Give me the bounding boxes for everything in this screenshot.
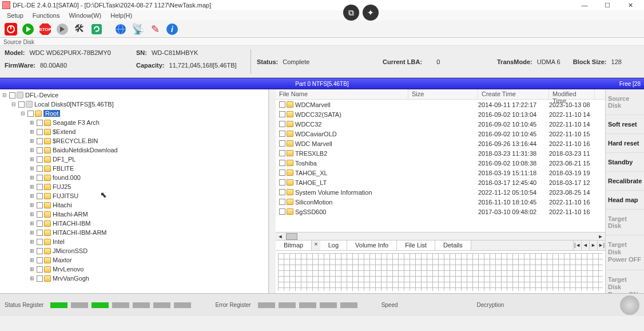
close-button[interactable]: ✕ bbox=[619, 0, 642, 10]
expand-icon[interactable]: ⊞ bbox=[29, 175, 35, 180]
tree-item[interactable]: ⊞DF1_PL bbox=[1, 155, 267, 164]
file-checkbox[interactable] bbox=[279, 179, 285, 186]
tools-icon[interactable]: 🛠 bbox=[72, 22, 87, 37]
tree-item[interactable]: ⊞FBLITE bbox=[1, 164, 267, 173]
file-checkbox[interactable] bbox=[279, 131, 285, 137]
file-checkbox[interactable] bbox=[279, 208, 285, 215]
file-checkbox[interactable] bbox=[279, 111, 285, 117]
scroll-thumb[interactable] bbox=[286, 233, 297, 240]
expand-icon[interactable]: ⊞ bbox=[29, 129, 35, 135]
tree-checkbox[interactable] bbox=[37, 184, 43, 190]
expand-icon[interactable]: ⊞ bbox=[29, 193, 35, 199]
tree-checkbox[interactable] bbox=[37, 202, 43, 208]
stop-icon[interactable]: STOP bbox=[38, 22, 53, 37]
tree-checkbox[interactable] bbox=[37, 230, 43, 236]
collapse-icon[interactable]: ⊟ bbox=[1, 92, 8, 98]
tree-checkbox[interactable] bbox=[37, 193, 43, 199]
tree-root[interactable]: DFL-Device bbox=[25, 92, 58, 98]
col-filename[interactable]: File Name bbox=[276, 89, 408, 99]
expand-icon[interactable]: ⊞ bbox=[29, 275, 35, 281]
tree-item[interactable]: ⊞HITACHI-IBM-ARM bbox=[1, 228, 267, 237]
tree-checkbox[interactable] bbox=[37, 147, 43, 153]
expand-icon[interactable]: ⊞ bbox=[29, 202, 35, 208]
maximize-button[interactable]: ☐ bbox=[596, 0, 619, 10]
expand-icon[interactable]: ⊞ bbox=[29, 147, 35, 153]
tree-checkbox[interactable] bbox=[37, 220, 43, 227]
side-button[interactable]: Standby bbox=[606, 153, 644, 172]
tree-scrollbar[interactable] bbox=[269, 89, 276, 293]
scan-icon[interactable]: 📡 bbox=[130, 22, 145, 37]
nav-first-icon[interactable]: |◄ bbox=[573, 241, 581, 250]
nav-prev-icon[interactable]: ◄ bbox=[581, 241, 589, 250]
expand-icon[interactable]: ⊞ bbox=[29, 184, 35, 190]
file-row[interactable]: TAHOE_XL2018-03-19 15:11:182018-03-19 19 bbox=[276, 168, 605, 178]
expand-icon[interactable]: ⊞ bbox=[29, 266, 35, 272]
tree-checkbox[interactable] bbox=[37, 257, 43, 263]
file-tree[interactable]: ⊟DFL-Device ⊟Local Disks0[NTFS][5.46TB] … bbox=[0, 89, 269, 293]
expand-icon[interactable]: ⊞ bbox=[29, 239, 35, 245]
tree-checkbox[interactable] bbox=[37, 211, 43, 218]
tree-item[interactable]: ⊞FUJ25 bbox=[1, 182, 267, 191]
file-checkbox[interactable] bbox=[279, 140, 285, 147]
file-list-hscroll[interactable]: ◄ ► bbox=[276, 232, 605, 240]
expand-icon[interactable]: ⊞ bbox=[29, 166, 35, 171]
expand-icon[interactable]: ⊞ bbox=[29, 156, 35, 162]
tree-item[interactable]: ⊞JMicronSSD bbox=[1, 246, 267, 255]
tree-item[interactable]: ⊞Intel bbox=[1, 237, 267, 246]
tree-item[interactable]: ⊞$Extend bbox=[1, 127, 267, 136]
side-button[interactable]: Head map bbox=[606, 191, 644, 210]
tree-item[interactable]: ⊞HITACHI-IBM bbox=[1, 219, 267, 228]
add-action-icon[interactable]: ✦ bbox=[363, 5, 379, 21]
tree-checkbox[interactable] bbox=[37, 129, 43, 135]
tree-item[interactable]: ⊞Seagate F3 Arch bbox=[1, 118, 267, 127]
col-modified[interactable]: Modified Time bbox=[549, 89, 595, 99]
scroll-left-icon[interactable]: ◄ bbox=[276, 234, 285, 239]
tree-checkbox[interactable] bbox=[37, 166, 43, 172]
collapse-icon[interactable]: ⊟ bbox=[10, 101, 17, 107]
bitmap-grid[interactable] bbox=[278, 253, 603, 291]
copy-action-icon[interactable]: ⧉ bbox=[343, 5, 359, 21]
file-row[interactable]: Toshiba2016-09-02 10:08:382023-08-21 15 bbox=[276, 158, 605, 168]
refresh-icon[interactable] bbox=[89, 22, 104, 37]
side-button[interactable]: Soft reset bbox=[606, 115, 644, 134]
tree-checkbox[interactable] bbox=[37, 156, 43, 163]
tree-checkbox[interactable] bbox=[37, 266, 43, 273]
edit-icon[interactable]: ✎ bbox=[148, 22, 162, 37]
file-row[interactable]: WDCMarvell2014-09-11 17:22:172023-10-13 … bbox=[276, 100, 605, 109]
file-row[interactable]: WDCC322016-09-02 10:10:452022-11-10 14 bbox=[276, 119, 605, 129]
tree-item[interactable]: ⊞MrvVanGogh bbox=[1, 274, 267, 283]
tree-disk[interactable]: Local Disks0[NTFS][5.46TB] bbox=[34, 101, 114, 108]
menu-functions[interactable]: Functions bbox=[28, 11, 65, 20]
tree-checkbox[interactable] bbox=[27, 111, 34, 117]
tree-item[interactable]: ⊞BaiduNetdiskDownload bbox=[1, 145, 267, 155]
file-row[interactable]: SiliconMotion2016-11-10 18:10:452022-11-… bbox=[276, 197, 605, 207]
file-row[interactable]: WDCaviarOLD2016-09-02 10:10:452022-11-10… bbox=[276, 129, 605, 139]
tab-log[interactable]: Log bbox=[320, 241, 347, 250]
tree-checkbox[interactable] bbox=[18, 101, 25, 108]
forward-icon[interactable] bbox=[55, 22, 70, 37]
col-create[interactable]: Create Time bbox=[478, 89, 549, 99]
globe-icon[interactable] bbox=[113, 22, 128, 37]
file-checkbox[interactable] bbox=[279, 189, 285, 195]
tree-checkbox[interactable] bbox=[9, 92, 15, 98]
tree-item[interactable]: ⊞Hitachi bbox=[1, 200, 267, 210]
tree-item[interactable]: ⊞found.000 bbox=[1, 173, 267, 182]
file-row[interactable]: TRESXLB22018-03-23 11:31:382018-03-23 11 bbox=[276, 148, 605, 158]
expand-icon[interactable]: ⊞ bbox=[29, 257, 35, 263]
file-checkbox[interactable] bbox=[279, 121, 285, 127]
tab-file-list[interactable]: File List bbox=[397, 241, 435, 250]
side-button[interactable]: Hard reset bbox=[606, 134, 644, 153]
file-checkbox[interactable] bbox=[279, 199, 285, 205]
nav-next-icon[interactable]: ► bbox=[589, 241, 597, 250]
file-row[interactable]: SgSSD6002017-03-10 09:48:022022-11-10 16 bbox=[276, 207, 605, 216]
tree-item[interactable]: ⊞Maxtor bbox=[1, 255, 267, 265]
tree-checkbox[interactable] bbox=[37, 138, 43, 144]
file-row[interactable]: WDCC32(SATA)2016-09-02 10:13:042022-11-1… bbox=[276, 109, 605, 119]
partition-band[interactable]: Part 0 NTFS[5.46TB] Free [28 bbox=[0, 78, 644, 89]
file-row[interactable]: TAHOE_LT2018-03-17 12:45:402018-03-17 12 bbox=[276, 178, 605, 187]
menu-help[interactable]: Help(H) bbox=[106, 11, 137, 20]
expand-icon[interactable]: ⊞ bbox=[29, 230, 35, 235]
expand-icon[interactable]: ⊞ bbox=[29, 120, 35, 125]
info-icon[interactable]: i bbox=[165, 22, 180, 37]
tab-volume-info[interactable]: Volume Info bbox=[347, 241, 397, 250]
